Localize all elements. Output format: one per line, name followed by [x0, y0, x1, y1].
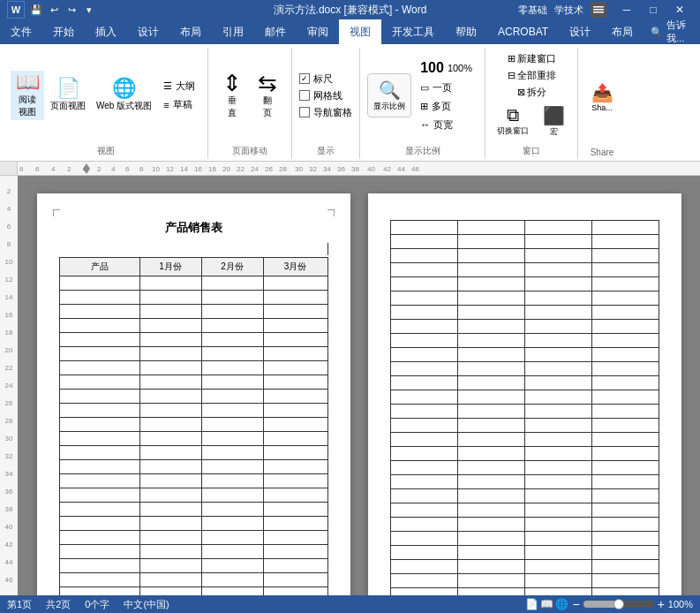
document-area[interactable]: 产品销售表 产品 1月份 2月份 3月份 — [18, 176, 700, 613]
page-view-button[interactable]: 📄 页面视图 — [46, 77, 90, 114]
tab-view[interactable]: 视图 — [339, 19, 381, 44]
tab-mailings[interactable]: 邮件 — [254, 19, 297, 44]
page-flip-button[interactable]: ⇆ 翻页 — [251, 70, 284, 121]
save-button[interactable]: 💾 — [28, 2, 44, 18]
share-button[interactable]: 📤 Sha... — [585, 80, 619, 114]
page-corner-tr — [327, 209, 335, 216]
table-row — [59, 531, 327, 545]
table-row — [390, 489, 659, 503]
tab-table-design[interactable]: 设计 — [559, 19, 601, 44]
vertical-scroll-icon: ⇕ — [222, 72, 242, 95]
web-view-label: Web 版式视图 — [96, 100, 152, 112]
draft-view-button[interactable]: ≡ 草稿 — [158, 96, 200, 113]
status-bar: 第1页 共2页 0个字 中文(中国) 📄 📖 🌐 − + 100% — [0, 595, 700, 613]
one-page-button[interactable]: ▭ 一页 — [415, 79, 457, 96]
svg-text:38: 38 — [351, 165, 359, 173]
zoom-slider[interactable] — [583, 601, 654, 608]
tab-insert[interactable]: 插入 — [85, 19, 127, 44]
web-view-icon-status[interactable]: 🌐 — [555, 598, 568, 610]
read-mode-icon[interactable]: 📖 — [540, 598, 553, 610]
tab-acrobat[interactable]: ACROBAT — [487, 19, 559, 44]
ruler-checkbox-box[interactable] — [299, 73, 310, 84]
table-row — [390, 320, 659, 334]
multi-page-icon: ⊞ — [420, 101, 428, 112]
svg-rect-1 — [593, 9, 604, 11]
page-view-label: 页面视图 — [50, 100, 86, 112]
tab-references[interactable]: 引用 — [212, 19, 254, 44]
table-row — [390, 249, 659, 263]
zoom-100-button[interactable]: 100 100% — [415, 58, 478, 78]
page-width-label: 页宽 — [433, 118, 453, 132]
tab-layout[interactable]: 布局 — [169, 19, 212, 44]
tell-me-area: 🔍 告诉我... — [644, 19, 700, 44]
read-view-button[interactable]: 📖 阅读视图 — [11, 71, 44, 120]
tab-file[interactable]: 文件 — [0, 19, 42, 44]
table-body-2 — [390, 221, 659, 614]
ruler-checkbox[interactable]: 标尺 — [299, 72, 352, 86]
web-view-button[interactable]: 🌐 Web 版式视图 — [92, 77, 156, 114]
page-flip-icon: ⇆ — [258, 72, 277, 95]
tab-design[interactable]: 设计 — [127, 19, 169, 44]
outline-view-button[interactable]: ☰ 大纲 — [158, 78, 200, 95]
arrange-all-button[interactable]: ⊟ 全部重排 — [504, 68, 560, 83]
tab-developer[interactable]: 开发工具 — [381, 19, 445, 44]
vertical-scroll-button[interactable]: ⇕ 垂直 — [215, 70, 249, 121]
svg-text:46: 46 — [411, 165, 419, 173]
svg-text:34: 34 — [5, 470, 13, 478]
zoom-button[interactable]: 🔍 显示比例 — [367, 73, 411, 117]
zoom-plus[interactable]: + — [658, 597, 665, 611]
table-row — [390, 362, 659, 376]
views-group-label: 视图 — [97, 143, 115, 159]
nav-pane-checkbox-box[interactable] — [299, 107, 310, 117]
svg-text:20: 20 — [222, 165, 230, 173]
svg-text:12: 12 — [5, 276, 13, 284]
ribbon-collapse-icon[interactable] — [591, 2, 606, 18]
table-row — [59, 319, 327, 333]
table-row — [390, 221, 659, 235]
print-view-icon[interactable]: 📄 — [525, 598, 538, 610]
page-view-icon: 📄 — [56, 79, 80, 98]
show-group-label: 显示 — [317, 143, 335, 159]
tab-home[interactable]: 开始 — [42, 19, 85, 44]
multi-page-button[interactable]: ⊞ 多页 — [415, 98, 456, 115]
svg-text:42: 42 — [5, 541, 13, 549]
split-button[interactable]: ⊠ 拆分 — [514, 85, 550, 100]
account-link[interactable]: 零基础 — [518, 4, 547, 17]
svg-text:40: 40 — [367, 165, 375, 173]
tab-help[interactable]: 帮助 — [445, 19, 487, 44]
undo-button[interactable]: ↩ — [46, 2, 62, 18]
zoom-percentage[interactable]: 100% — [668, 599, 693, 609]
page-width-button[interactable]: ↔ 页宽 — [415, 117, 458, 133]
switch-window-button[interactable]: ⧉ 切换窗口 — [493, 103, 533, 140]
svg-text:44: 44 — [397, 165, 405, 173]
macro-button[interactable]: ⬛ 宏 — [537, 103, 570, 140]
table-row — [390, 518, 659, 532]
new-window-button[interactable]: ⊞ 新建窗口 — [504, 51, 560, 66]
zoom-minus[interactable]: − — [572, 597, 579, 611]
maximize-button[interactable]: □ — [640, 0, 666, 19]
switch-window-icon: ⧉ — [507, 105, 519, 125]
tab-table-layout[interactable]: 布局 — [601, 19, 644, 44]
zoom-100-icon: 100 — [420, 60, 444, 76]
minimize-button[interactable]: ─ — [613, 0, 640, 19]
zoom-slider-thumb[interactable] — [613, 599, 624, 609]
zoom-label: 显示比例 — [373, 101, 405, 112]
table-row — [390, 376, 659, 390]
table-row — [59, 460, 327, 474]
table-row — [390, 532, 659, 546]
learn-link[interactable]: 学技术 — [554, 4, 583, 17]
customize-quick-access-button[interactable]: ▾ — [81, 2, 97, 18]
page-number: 第1页 — [7, 598, 32, 611]
share-group-label: Share — [591, 146, 614, 159]
one-page-icon: ▭ — [420, 82, 429, 94]
table-row — [59, 517, 327, 531]
redo-button[interactable]: ↪ — [64, 2, 79, 18]
gridlines-checkbox-box[interactable] — [299, 90, 310, 101]
gridlines-checkbox[interactable]: 网格线 — [299, 89, 352, 102]
nav-pane-checkbox[interactable]: 导航窗格 — [299, 106, 352, 119]
table-row — [390, 390, 659, 405]
page-flip-label: 翻页 — [263, 95, 272, 119]
tab-review[interactable]: 审阅 — [297, 19, 339, 44]
tell-me-input[interactable]: 告诉我... — [666, 19, 693, 45]
close-button[interactable]: ✕ — [666, 0, 693, 19]
